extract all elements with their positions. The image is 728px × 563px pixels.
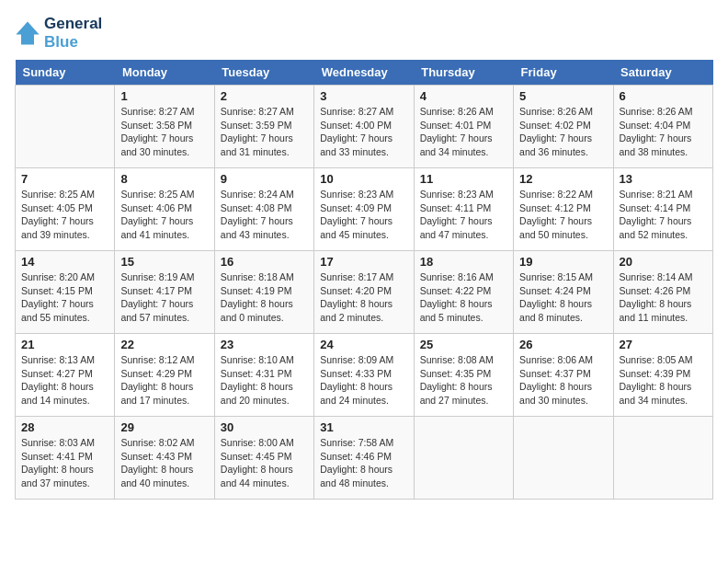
day-number: 2	[221, 89, 308, 103]
calendar-cell: 7 Sunrise: 8:25 AMSunset: 4:05 PMDayligh…	[16, 168, 115, 251]
day-number: 25	[420, 338, 507, 351]
calendar-cell: 3 Sunrise: 8:27 AMSunset: 4:00 PMDayligh…	[314, 86, 414, 168]
weekday-header-friday: Friday	[514, 60, 613, 86]
calendar-cell: 18 Sunrise: 8:16 AMSunset: 4:22 PMDaylig…	[414, 251, 513, 334]
day-number: 16	[221, 255, 308, 269]
day-number: 4	[420, 89, 507, 103]
calendar-cell: 13 Sunrise: 8:21 AMSunset: 4:14 PMDaylig…	[613, 168, 712, 251]
calendar-cell	[16, 86, 115, 168]
day-info: Sunrise: 8:03 AMSunset: 4:41 PMDaylight:…	[21, 436, 108, 490]
day-number: 31	[320, 420, 407, 434]
weekday-header-tuesday: Tuesday	[214, 60, 313, 86]
day-info: Sunrise: 8:19 AMSunset: 4:17 PMDaylight:…	[120, 270, 208, 325]
calendar-cell: 25 Sunrise: 8:08 AMSunset: 4:35 PMDaylig…	[414, 334, 513, 417]
day-info: Sunrise: 7:58 AMSunset: 4:46 PMDaylight:…	[320, 436, 407, 490]
calendar-cell	[414, 417, 513, 500]
day-number: 15	[120, 255, 208, 269]
day-info: Sunrise: 8:24 AMSunset: 4:08 PMDaylight:…	[221, 188, 308, 242]
day-number: 8	[120, 172, 208, 186]
day-info: Sunrise: 8:27 AMSunset: 3:58 PMDaylight:…	[120, 105, 208, 159]
calendar-cell: 9 Sunrise: 8:24 AMSunset: 4:08 PMDayligh…	[214, 168, 313, 251]
day-info: Sunrise: 8:23 AMSunset: 4:11 PMDaylight:…	[420, 188, 507, 242]
calendar-cell: 4 Sunrise: 8:26 AMSunset: 4:01 PMDayligh…	[414, 86, 513, 168]
day-number: 3	[320, 89, 407, 103]
day-number: 1	[120, 89, 208, 103]
weekday-header-thursday: Thursday	[414, 60, 513, 86]
calendar-cell: 14 Sunrise: 8:20 AMSunset: 4:15 PMDaylig…	[16, 251, 115, 334]
week-row-3: 14 Sunrise: 8:20 AMSunset: 4:15 PMDaylig…	[16, 251, 713, 334]
calendar-cell	[613, 417, 712, 500]
calendar-cell: 8 Sunrise: 8:25 AMSunset: 4:06 PMDayligh…	[115, 168, 214, 251]
day-info: Sunrise: 8:23 AMSunset: 4:09 PMDaylight:…	[320, 188, 407, 242]
logo: General Blue	[15, 15, 102, 51]
day-info: Sunrise: 8:09 AMSunset: 4:33 PMDaylight:…	[320, 353, 407, 408]
day-info: Sunrise: 8:21 AMSunset: 4:14 PMDaylight:…	[620, 188, 707, 242]
calendar-cell: 26 Sunrise: 8:06 AMSunset: 4:37 PMDaylig…	[514, 334, 613, 417]
day-number: 17	[320, 255, 407, 269]
day-info: Sunrise: 8:10 AMSunset: 4:31 PMDaylight:…	[221, 353, 308, 408]
calendar-cell: 10 Sunrise: 8:23 AMSunset: 4:09 PMDaylig…	[314, 168, 414, 251]
weekday-header-wednesday: Wednesday	[314, 60, 414, 86]
day-info: Sunrise: 8:25 AMSunset: 4:05 PMDaylight:…	[21, 188, 108, 242]
calendar-cell: 15 Sunrise: 8:19 AMSunset: 4:17 PMDaylig…	[115, 251, 214, 334]
day-number: 13	[620, 172, 707, 186]
calendar-cell: 6 Sunrise: 8:26 AMSunset: 4:04 PMDayligh…	[613, 86, 712, 168]
day-info: Sunrise: 8:14 AMSunset: 4:26 PMDaylight:…	[620, 270, 707, 325]
day-info: Sunrise: 8:00 AMSunset: 4:45 PMDaylight:…	[221, 436, 308, 490]
week-row-5: 28 Sunrise: 8:03 AMSunset: 4:41 PMDaylig…	[16, 417, 713, 500]
calendar-cell: 21 Sunrise: 8:13 AMSunset: 4:27 PMDaylig…	[16, 334, 115, 417]
day-number: 5	[519, 89, 607, 103]
day-info: Sunrise: 8:20 AMSunset: 4:15 PMDaylight:…	[21, 270, 108, 325]
week-row-1: 1 Sunrise: 8:27 AMSunset: 3:58 PMDayligh…	[16, 86, 713, 168]
calendar-cell: 12 Sunrise: 8:22 AMSunset: 4:12 PMDaylig…	[514, 168, 613, 251]
day-number: 21	[21, 338, 108, 351]
day-number: 29	[120, 420, 208, 434]
day-info: Sunrise: 8:17 AMSunset: 4:20 PMDaylight:…	[320, 270, 407, 325]
day-info: Sunrise: 8:05 AMSunset: 4:39 PMDaylight:…	[620, 353, 707, 408]
day-info: Sunrise: 8:15 AMSunset: 4:24 PMDaylight:…	[519, 270, 607, 325]
calendar-table: SundayMondayTuesdayWednesdayThursdayFrid…	[15, 60, 713, 500]
day-number: 12	[519, 172, 607, 186]
day-number: 23	[221, 338, 308, 351]
day-info: Sunrise: 8:06 AMSunset: 4:37 PMDaylight:…	[519, 353, 607, 408]
calendar-cell: 19 Sunrise: 8:15 AMSunset: 4:24 PMDaylig…	[514, 251, 613, 334]
day-number: 11	[420, 172, 507, 186]
logo-text-line2: Blue	[44, 33, 102, 52]
calendar-cell: 2 Sunrise: 8:27 AMSunset: 3:59 PMDayligh…	[214, 86, 313, 168]
day-info: Sunrise: 8:02 AMSunset: 4:43 PMDaylight:…	[120, 436, 208, 490]
calendar-cell	[514, 417, 613, 500]
day-number: 22	[120, 338, 208, 351]
day-info: Sunrise: 8:12 AMSunset: 4:29 PMDaylight:…	[120, 353, 208, 408]
day-number: 20	[620, 255, 707, 269]
day-info: Sunrise: 8:27 AMSunset: 4:00 PMDaylight:…	[320, 105, 407, 159]
day-info: Sunrise: 8:26 AMSunset: 4:01 PMDaylight:…	[420, 105, 507, 159]
logo-text-line1: General	[44, 15, 102, 33]
day-info: Sunrise: 8:13 AMSunset: 4:27 PMDaylight:…	[21, 353, 108, 408]
week-row-2: 7 Sunrise: 8:25 AMSunset: 4:05 PMDayligh…	[16, 168, 713, 251]
calendar-cell: 28 Sunrise: 8:03 AMSunset: 4:41 PMDaylig…	[16, 417, 115, 500]
day-number: 28	[21, 420, 108, 434]
day-number: 24	[320, 338, 407, 351]
calendar-cell: 30 Sunrise: 8:00 AMSunset: 4:45 PMDaylig…	[214, 417, 313, 500]
day-number: 6	[620, 89, 707, 103]
day-number: 19	[519, 255, 607, 269]
calendar-cell: 20 Sunrise: 8:14 AMSunset: 4:26 PMDaylig…	[613, 251, 712, 334]
day-info: Sunrise: 8:25 AMSunset: 4:06 PMDaylight:…	[120, 188, 208, 242]
calendar-cell: 17 Sunrise: 8:17 AMSunset: 4:20 PMDaylig…	[314, 251, 414, 334]
day-info: Sunrise: 8:18 AMSunset: 4:19 PMDaylight:…	[221, 270, 308, 325]
day-number: 14	[21, 255, 108, 269]
calendar-cell: 22 Sunrise: 8:12 AMSunset: 4:29 PMDaylig…	[115, 334, 214, 417]
header: General Blue	[15, 15, 713, 51]
day-info: Sunrise: 8:26 AMSunset: 4:02 PMDaylight:…	[519, 105, 607, 159]
weekday-header-row: SundayMondayTuesdayWednesdayThursdayFrid…	[16, 60, 713, 86]
week-row-4: 21 Sunrise: 8:13 AMSunset: 4:27 PMDaylig…	[16, 334, 713, 417]
calendar-cell: 23 Sunrise: 8:10 AMSunset: 4:31 PMDaylig…	[214, 334, 313, 417]
calendar-cell: 31 Sunrise: 7:58 AMSunset: 4:46 PMDaylig…	[314, 417, 414, 500]
weekday-header-saturday: Saturday	[613, 60, 712, 86]
calendar-cell: 29 Sunrise: 8:02 AMSunset: 4:43 PMDaylig…	[115, 417, 214, 500]
weekday-header-monday: Monday	[115, 60, 214, 86]
day-number: 30	[221, 420, 308, 434]
day-info: Sunrise: 8:27 AMSunset: 3:59 PMDaylight:…	[221, 105, 308, 159]
day-number: 26	[519, 338, 607, 351]
logo-icon	[15, 20, 40, 46]
